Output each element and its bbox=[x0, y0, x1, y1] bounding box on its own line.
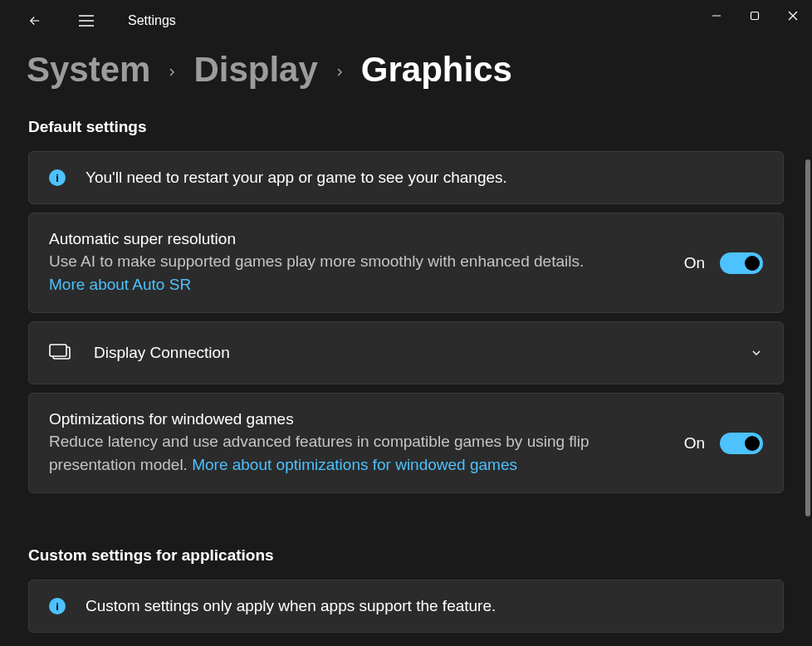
auto-super-resolution-setting: Automatic super resolution Use AI to mak… bbox=[28, 213, 784, 313]
chevron-right-icon bbox=[165, 66, 179, 79]
setting-control: On bbox=[684, 433, 763, 454]
maximize-button[interactable] bbox=[736, 0, 774, 32]
titlebar: Settings bbox=[0, 0, 812, 42]
svg-rect-4 bbox=[751, 12, 759, 20]
breadcrumb-current: Graphics bbox=[361, 50, 512, 90]
close-button[interactable] bbox=[774, 0, 812, 32]
breadcrumb-system[interactable]: System bbox=[27, 50, 150, 90]
default-settings-header: Default settings bbox=[28, 118, 784, 136]
info-icon: i bbox=[49, 598, 66, 614]
windowed-games-setting: Optimizations for windowed games Reduce … bbox=[28, 393, 784, 493]
setting-text: Automatic super resolution Use AI to mak… bbox=[49, 230, 668, 296]
setting-control: On bbox=[684, 252, 763, 274]
setting-title: Automatic super resolution bbox=[49, 230, 668, 248]
custom-info-banner: i Custom settings only apply when apps s… bbox=[28, 580, 784, 633]
titlebar-left: Settings bbox=[7, 4, 176, 37]
display-connection-expander[interactable]: Display Connection bbox=[28, 321, 784, 384]
spacer bbox=[28, 502, 784, 535]
chevron-down-icon bbox=[750, 346, 763, 360]
breadcrumb-display[interactable]: Display bbox=[193, 50, 317, 90]
info-text: Custom settings only apply when apps sup… bbox=[86, 597, 496, 615]
toggle-knob bbox=[745, 436, 760, 451]
custom-settings-header: Custom settings for applications bbox=[28, 546, 784, 565]
auto-sr-toggle[interactable] bbox=[720, 252, 763, 274]
setting-text: Optimizations for windowed games Reduce … bbox=[49, 410, 668, 476]
chevron-right-icon bbox=[333, 66, 346, 79]
display-icon bbox=[49, 344, 71, 362]
toggle-state-label: On bbox=[684, 254, 705, 272]
breadcrumb: System Display Graphics bbox=[0, 42, 812, 106]
back-button[interactable] bbox=[18, 4, 51, 37]
expander-title: Display Connection bbox=[94, 344, 726, 362]
setting-title: Optimizations for windowed games bbox=[49, 410, 668, 428]
setting-description: Reduce latency and use advanced features… bbox=[49, 430, 668, 476]
window-controls bbox=[697, 0, 812, 32]
toggle-knob bbox=[745, 256, 760, 271]
info-text: You'll need to restart your app or game … bbox=[86, 169, 507, 187]
windowed-games-more-link[interactable]: More about optimizations for windowed ga… bbox=[192, 456, 517, 473]
toggle-state-label: On bbox=[684, 434, 705, 453]
info-icon: i bbox=[49, 169, 66, 186]
minimize-button[interactable] bbox=[697, 0, 736, 32]
hamburger-menu-button[interactable] bbox=[70, 4, 103, 37]
windowed-games-toggle[interactable] bbox=[720, 433, 763, 454]
setting-desc-text: Use AI to make supported games play more… bbox=[49, 252, 584, 270]
auto-sr-more-link[interactable]: More about Auto SR bbox=[49, 276, 191, 293]
app-title: Settings bbox=[128, 13, 176, 28]
setting-description: Use AI to make supported games play more… bbox=[49, 250, 668, 296]
content-area: Default settings i You'll need to restar… bbox=[0, 106, 812, 644]
svg-rect-8 bbox=[50, 345, 66, 356]
scrollbar[interactable] bbox=[805, 159, 810, 516]
restart-info-banner: i You'll need to restart your app or gam… bbox=[28, 151, 784, 204]
